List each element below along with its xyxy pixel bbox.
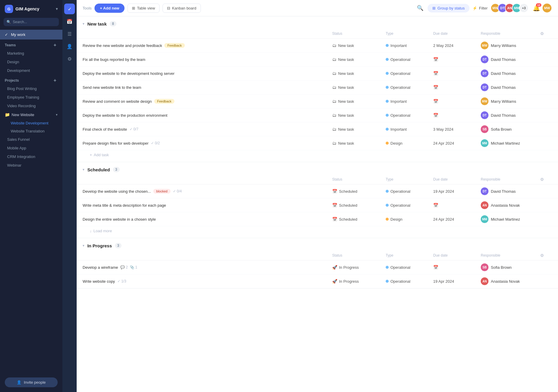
- header-settings[interactable]: ⚙: [540, 253, 552, 258]
- load-more-icon: ↓: [90, 229, 92, 233]
- resp-avatar: DT: [481, 111, 488, 119]
- due-date-cell: 📅: [433, 113, 481, 118]
- sidebar-project-sales-funnel[interactable]: Sales Funnel: [0, 135, 62, 144]
- table-row[interactable]: Fix all the bugs reported by the team 🗂 …: [77, 53, 558, 67]
- table-row[interactable]: Develop the website using the chosen... …: [77, 184, 558, 198]
- toolbar-left: Tools + Add new ⊞ Table view ⊟ Kanban bo…: [83, 4, 413, 13]
- table-row[interactable]: Write website copy ✓ 1/3 🚀 In Progress O…: [77, 274, 558, 288]
- table-row[interactable]: Deploy the website to the development ho…: [77, 67, 558, 80]
- add-new-button[interactable]: + Add new: [94, 4, 124, 13]
- type-cell: Operational: [386, 265, 433, 270]
- new-task-table-header: Status Type Due date Responsible ⚙: [77, 29, 558, 39]
- status-text: New task: [338, 127, 354, 132]
- sidebar-team-design[interactable]: Design: [0, 58, 62, 66]
- in-progress-chevron[interactable]: ▾: [83, 244, 84, 248]
- search-button[interactable]: 🔍: [416, 4, 425, 12]
- responsible-name: Anastasia Novak: [491, 279, 520, 284]
- due-date-cell: 📅: [433, 57, 481, 62]
- icon-person[interactable]: 👤: [64, 41, 75, 52]
- add-project-button[interactable]: +: [52, 78, 58, 83]
- sidebar-nav-my-work[interactable]: ✓ My work: [0, 30, 62, 39]
- table-row[interactable]: Write meta title & meta description for …: [77, 198, 558, 212]
- sidebar-project-webinar[interactable]: Webinar: [0, 161, 62, 170]
- add-new-label: + Add new: [100, 6, 119, 10]
- projects-section-header[interactable]: Projects +: [0, 75, 62, 84]
- add-team-button[interactable]: +: [52, 42, 58, 48]
- load-more-button[interactable]: ↓ Load more: [77, 226, 558, 238]
- status-cell: 🗂 New task: [332, 113, 386, 118]
- icon-calendar[interactable]: 📅: [64, 16, 75, 27]
- responsible-cell: DT David Thomas: [481, 111, 540, 119]
- add-task-label: Add task: [94, 153, 109, 157]
- app-logo[interactable]: G GIM Agency ▾: [0, 0, 62, 18]
- sidebar-project-employee-training[interactable]: Employee Training: [0, 93, 62, 102]
- sidebar-search[interactable]: 🔍 Search...: [4, 18, 59, 26]
- status-cell: 🗂 New task: [332, 43, 386, 48]
- header-settings[interactable]: ⚙: [540, 31, 552, 36]
- type-text: Operational: [390, 57, 410, 62]
- type-dot: [386, 44, 389, 47]
- sidebar-project-crm-integration[interactable]: CRM Integration: [0, 152, 62, 161]
- status-cell: 🗂 New task: [332, 127, 386, 132]
- icon-tasks[interactable]: ✓: [64, 4, 75, 14]
- teams-section-header[interactable]: Teams +: [0, 39, 62, 49]
- notification-button[interactable]: 🔔 12: [532, 3, 541, 13]
- type-dot: [386, 114, 389, 117]
- invite-icon: 👤: [17, 380, 21, 385]
- status-icon: 🗂: [332, 113, 336, 118]
- sidebar-team-development[interactable]: Development: [0, 66, 62, 75]
- due-date-cell: 19 Apr 2024: [433, 279, 481, 284]
- icon-list[interactable]: ☰: [64, 29, 75, 39]
- new-task-chevron[interactable]: ▾: [83, 22, 84, 26]
- sidebar-project-video-recording[interactable]: Video Recording: [0, 102, 62, 110]
- sidebar-sub-website-development[interactable]: Website Development: [0, 119, 62, 127]
- table-row[interactable]: Prepare design files for web developer ✓…: [77, 136, 558, 150]
- table-view-button[interactable]: ⊞ Table view: [127, 4, 160, 13]
- kanban-board-button[interactable]: ⊟ Kanban board: [163, 4, 201, 13]
- table-row[interactable]: Send new website link to the team 🗂 New …: [77, 80, 558, 94]
- sidebar-team-marketing[interactable]: Marketing: [0, 49, 62, 58]
- table-row[interactable]: Review the new website and provide feedb…: [77, 39, 558, 53]
- table-row[interactable]: Deploy the website to the production env…: [77, 108, 558, 122]
- header-type: Type: [386, 253, 433, 257]
- status-text: New task: [338, 85, 354, 90]
- new-task-count: 8: [110, 21, 116, 26]
- table-row[interactable]: Review and comment on website design Fee…: [77, 94, 558, 108]
- sidebar-project-mobile-app[interactable]: Mobile App: [0, 144, 62, 152]
- group-by-button[interactable]: ⊞ Group by status: [428, 4, 469, 12]
- status-text: Scheduled: [339, 217, 357, 222]
- header-responsible: Responsible: [481, 253, 540, 257]
- task-name: Write meta title & meta description for …: [83, 203, 332, 208]
- filter-label: Filter: [479, 6, 488, 10]
- filter-button[interactable]: ⚡ Filter: [472, 6, 488, 10]
- table-row[interactable]: Develop a wireframe 💬 2 📎 1 🚀 In Progres…: [77, 260, 558, 274]
- icon-gear[interactable]: ⚙: [64, 53, 75, 64]
- invite-people-button[interactable]: 👤 Invite people: [5, 377, 58, 387]
- responsible-cell: DT David Thomas: [481, 187, 540, 195]
- user-avatar[interactable]: MW: [542, 3, 552, 13]
- table-row[interactable]: Final check of the website ✓ 0/7 🗂 New t…: [77, 122, 558, 136]
- responsible-name: Marry Williams: [491, 43, 516, 48]
- resp-avatar: DT: [481, 187, 488, 195]
- status-icon: 🗂: [332, 127, 336, 132]
- responsible-name: Michael Martinez: [491, 141, 520, 146]
- responsible-name: Marry Williams: [491, 99, 516, 104]
- calendar-icon: 📅: [433, 113, 438, 118]
- avatar-extra[interactable]: +3: [519, 3, 529, 13]
- scheduled-chevron[interactable]: ▾: [83, 167, 84, 172]
- in-progress-count: 3: [115, 243, 122, 248]
- subtask-count: ✓ 0/2: [151, 141, 160, 145]
- add-task-button[interactable]: + Add task: [77, 150, 558, 162]
- type-cell: Operational: [386, 57, 433, 62]
- sidebar-project-new-website[interactable]: 📁 New Website ▾: [0, 110, 62, 119]
- my-work-label: My work: [11, 32, 25, 37]
- header-settings[interactable]: ⚙: [540, 177, 552, 182]
- table-row[interactable]: Design the entire website in a chosen st…: [77, 212, 558, 226]
- responsible-name: David Thomas: [491, 189, 516, 194]
- sidebar-sub-website-translation[interactable]: Website Translation: [0, 127, 62, 135]
- projects-label: Projects: [5, 78, 19, 83]
- sidebar-project-blog-post-writing[interactable]: Blog Post Writing: [0, 84, 62, 93]
- status-icon: 🗂: [332, 71, 336, 76]
- status-cell: 📅 Scheduled: [332, 189, 386, 194]
- sidebar: G GIM Agency ▾ 🔍 Search... ✓ My work Tea…: [0, 0, 62, 392]
